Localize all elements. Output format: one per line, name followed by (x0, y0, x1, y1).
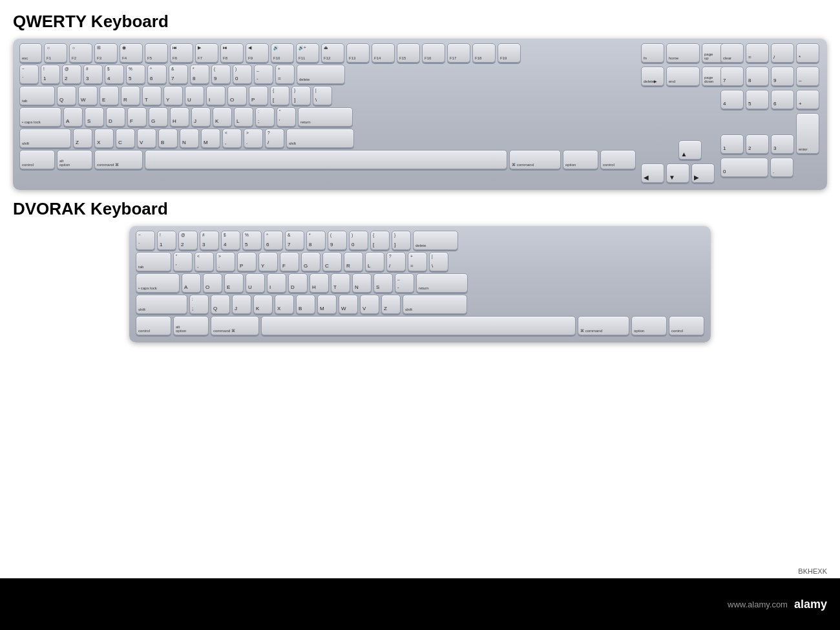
key-capslock[interactable]: • caps lock (19, 107, 61, 127)
key-num0[interactable]: 0 (720, 158, 768, 177)
key-f4[interactable]: ◉F4 (120, 43, 143, 63)
dv-key-z[interactable]: Z (381, 295, 401, 314)
key-period[interactable]: >. (244, 129, 263, 148)
key-option-left[interactable]: altoption (57, 150, 92, 169)
key-5[interactable]: %5 (126, 65, 145, 84)
key-command-right[interactable]: ⌘ command (509, 150, 561, 169)
dv-key-shift-left[interactable]: shift (136, 295, 187, 314)
key-j[interactable]: J (191, 107, 211, 127)
dv-key-1[interactable]: !1 (157, 231, 176, 250)
key-o[interactable]: O (227, 86, 247, 105)
key-w[interactable]: W (78, 86, 98, 105)
dv-key-backslash[interactable]: |\ (429, 252, 448, 271)
key-f1[interactable]: ☼F1 (44, 43, 67, 63)
key-f[interactable]: F (127, 107, 147, 127)
dv-key-p[interactable]: P (237, 252, 257, 271)
key-l[interactable]: L (234, 107, 253, 127)
dv-key-option-right[interactable]: option (631, 316, 667, 335)
dv-key-command-left[interactable]: command ⌘ (211, 316, 259, 335)
dv-key-semicolon[interactable]: :; (189, 295, 209, 314)
key-h[interactable]: H (170, 107, 189, 127)
key-x[interactable]: X (94, 129, 114, 148)
key-backslash[interactable]: |\ (313, 86, 332, 105)
key-4[interactable]: $4 (105, 65, 124, 84)
key-a[interactable]: A (63, 107, 83, 127)
key-quote[interactable]: "' (277, 107, 296, 127)
dv-key-2[interactable]: @2 (178, 231, 198, 250)
dv-key-space[interactable] (261, 316, 576, 335)
key-y[interactable]: Y (163, 86, 183, 105)
dv-key-j[interactable]: J (232, 295, 251, 314)
key-num3[interactable]: 3 (771, 134, 794, 154)
dv-key-3[interactable]: #3 (200, 231, 219, 250)
dv-key-o[interactable]: O (203, 273, 222, 293)
dv-key-equals[interactable]: += (408, 252, 427, 271)
key-1[interactable]: !1 (41, 65, 60, 84)
key-esc[interactable]: esc (19, 43, 42, 63)
key-v[interactable]: V (137, 129, 156, 148)
dv-key-y[interactable]: Y (258, 252, 278, 271)
key-numminus[interactable]: – (796, 67, 819, 86)
key-num7[interactable]: 7 (720, 67, 744, 86)
key-slash[interactable]: ?/ (265, 129, 284, 148)
key-home[interactable]: home (666, 43, 700, 63)
dv-key-quote[interactable]: "' (173, 252, 193, 271)
dv-key-7[interactable]: &7 (285, 231, 304, 250)
key-7[interactable]: &7 (169, 65, 188, 84)
dv-key-command-right[interactable]: ⌘ command (578, 316, 629, 335)
key-option-right[interactable]: option (563, 150, 598, 169)
key-arrow-right[interactable]: ▶ (691, 163, 715, 183)
key-semicolon[interactable]: :; (255, 107, 275, 127)
key-c[interactable]: C (116, 129, 135, 148)
key-f8[interactable]: ⏭F8 (220, 43, 244, 63)
key-0[interactable]: )0 (233, 65, 252, 84)
key-f5[interactable]: F5 (145, 43, 168, 63)
dv-key-tab[interactable]: tab (136, 252, 171, 271)
key-f11[interactable]: 🔊+F11 (296, 43, 319, 63)
key-numequals[interactable]: = (746, 43, 769, 63)
dv-key-tilde[interactable]: ~` (136, 231, 155, 250)
key-num6[interactable]: 6 (771, 90, 794, 109)
key-rbracket[interactable]: }] (291, 86, 311, 105)
dv-key-e[interactable]: E (224, 273, 244, 293)
dv-key-n[interactable]: N (352, 273, 372, 293)
key-8[interactable]: *8 (190, 65, 209, 84)
key-m[interactable]: M (201, 129, 220, 148)
key-tab[interactable]: tab (19, 86, 55, 105)
key-2[interactable]: @2 (62, 65, 81, 84)
key-fn[interactable]: fn (641, 43, 664, 63)
dv-key-m[interactable]: M (317, 295, 337, 314)
dv-key-control-left[interactable]: control (136, 316, 171, 335)
key-f3[interactable]: ⊞F3 (94, 43, 118, 63)
key-f18[interactable]: F18 (472, 43, 496, 63)
key-numenter[interactable]: enter (796, 113, 819, 154)
key-numdot[interactable]: . (770, 158, 793, 177)
dv-key-comma[interactable]: <, (194, 252, 214, 271)
key-f16[interactable]: F16 (422, 43, 445, 63)
key-f14[interactable]: F14 (372, 43, 395, 63)
dv-key-rbracket[interactable]: }] (392, 231, 411, 250)
key-u[interactable]: U (185, 86, 204, 105)
dv-key-v[interactable]: V (360, 295, 379, 314)
key-return[interactable]: return (298, 107, 353, 127)
dv-key-4[interactable]: $4 (221, 231, 240, 250)
dv-key-x[interactable]: X (275, 295, 294, 314)
dv-key-capslock[interactable]: • caps lock (136, 273, 180, 293)
key-k[interactable]: K (213, 107, 232, 127)
key-arrow-left[interactable]: ◀ (641, 163, 664, 183)
key-control-right[interactable]: control (600, 150, 636, 169)
key-r[interactable]: R (121, 86, 140, 105)
key-f7[interactable]: ▶F7 (195, 43, 218, 63)
key-3[interactable]: #3 (83, 65, 103, 84)
key-f17[interactable]: F17 (447, 43, 470, 63)
key-num1[interactable]: 1 (720, 134, 744, 154)
key-end[interactable]: end (666, 67, 700, 86)
dv-key-w[interactable]: W (339, 295, 358, 314)
key-nummultiply[interactable]: * (796, 43, 819, 63)
dv-key-6[interactable]: ^6 (264, 231, 283, 250)
key-i[interactable]: I (206, 86, 226, 105)
dv-key-8[interactable]: *8 (306, 231, 326, 250)
key-f15[interactable]: F15 (397, 43, 420, 63)
key-equals[interactable]: += (275, 65, 295, 84)
dv-key-h[interactable]: H (310, 273, 329, 293)
